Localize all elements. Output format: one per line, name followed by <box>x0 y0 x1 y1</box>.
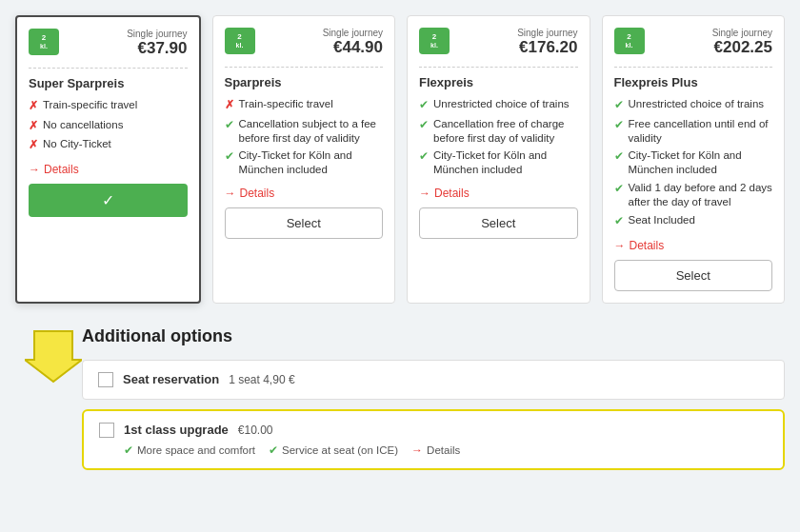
first-class-features: ✔ More space and comfort ✔ Service at se… <box>124 443 768 457</box>
details-text: Details <box>240 187 275 200</box>
card-header-super-sparpreis: 2kl. Single journey €37.90 <box>29 29 188 58</box>
check-icon: ✔ <box>225 149 234 165</box>
feature-item-flexpreis-2: ✔City-Ticket for Köln and München includ… <box>419 148 578 177</box>
check-icon-service: ✔ <box>269 443 278 457</box>
select-button-flexpreis[interactable]: Select <box>419 207 578 239</box>
feature-text: City-Ticket for Köln and München include… <box>239 148 384 177</box>
select-button-flexpreis-plus[interactable]: Select <box>614 260 773 291</box>
card-title-flexpreis: Flexpreis <box>419 75 578 89</box>
details-link-super-sparpreis[interactable]: →Details <box>29 163 188 176</box>
card-title-flexpreis-plus: Flexpreis Plus <box>614 75 773 89</box>
feature-list-super-sparpreis: ✗Train-specific travel✗No cancellations✗… <box>29 98 188 153</box>
divider-flexpreis <box>419 67 578 68</box>
details-link-text: Details <box>427 444 460 456</box>
first-class-label: 1st class upgrade <box>124 423 229 437</box>
check-icon: ✔ <box>614 182 624 197</box>
divider-sparpreis <box>225 67 384 68</box>
feature-text: Unrestricted choice of trains <box>433 97 570 111</box>
check-icon: ✔ <box>419 118 429 133</box>
ticket-cards-row: 2kl. Single journey €37.90 Super Sparpre… <box>15 15 785 304</box>
first-class-details-link[interactable]: → Details <box>411 443 460 457</box>
feature-text: Cancellation subject to a fee before fir… <box>239 117 384 146</box>
seat-reservation-label: Seat reservation <box>123 372 219 386</box>
feature-service-seat: ✔ Service at seat (on ICE) <box>269 443 398 457</box>
check-icon: ✔ <box>419 98 429 113</box>
select-button-sparpreis[interactable]: Select <box>225 207 384 239</box>
details-link-flexpreis[interactable]: →Details <box>419 187 578 200</box>
warn-icon: ✗ <box>29 99 38 114</box>
feature-item-sparpreis-0: ✗Train-specific travel <box>225 97 384 113</box>
divider-flexpreis-plus <box>614 67 773 68</box>
seat-reservation-option: Seat reservation 1 seat 4,90 € <box>82 360 785 400</box>
journey-label-sparpreis: Single journey <box>323 28 383 38</box>
price-value-sparpreis: €44.90 <box>333 38 383 56</box>
feature-text: City-Ticket for Köln and München include… <box>433 148 578 177</box>
arrow-icon: → <box>614 239 626 252</box>
feature-text: No City-Ticket <box>43 137 111 151</box>
feature-item-flexpreis-1: ✔Cancellation free of charge before firs… <box>419 117 578 146</box>
feature-text: Train-specific travel <box>239 97 333 111</box>
class-badge-sparpreis: 2kl. <box>225 28 255 54</box>
feature-text: Train-specific travel <box>43 98 137 112</box>
price-value-super-sparpreis: €37.90 <box>138 39 188 57</box>
check-icon: ✔ <box>614 214 624 229</box>
journey-label-flexpreis: Single journey <box>517 28 577 38</box>
first-class-upgrade-option: 1st class upgrade €10.00 ✔ More space an… <box>82 409 785 470</box>
feature-space-text: More space and comfort <box>137 444 255 456</box>
card-title-sparpreis: Sparpreis <box>225 75 384 89</box>
journey-label-flexpreis-plus: Single journey <box>712 28 772 38</box>
arrow-icon: → <box>29 163 40 176</box>
class-badge-super-sparpreis: 2kl. <box>29 29 59 55</box>
card-title-super-sparpreis: Super Sparpreis <box>29 76 188 90</box>
journey-label-super-sparpreis: Single journey <box>127 29 187 39</box>
price-value-flexpreis: €176.20 <box>519 38 577 56</box>
divider-super-sparpreis <box>29 68 188 69</box>
feature-list-flexpreis-plus: ✔Unrestricted choice of trains✔Free canc… <box>614 97 773 229</box>
seat-reservation-price: 1 seat 4,90 € <box>229 373 294 386</box>
details-link-sparpreis[interactable]: →Details <box>225 187 384 200</box>
feature-item-sparpreis-1: ✔Cancellation subject to a fee before fi… <box>225 117 384 146</box>
price-info-flexpreis: Single journey €176.20 <box>517 28 577 57</box>
arrow-details-icon: → <box>411 443 423 457</box>
warn-icon: ✗ <box>29 119 38 134</box>
feature-item-flexpreis-plus-3: ✔Valid 1 day before and 2 days after the… <box>614 181 773 209</box>
feature-item-flexpreis-plus-4: ✔Seat Included <box>614 213 773 229</box>
arrow-icon: → <box>419 187 430 200</box>
first-class-checkbox[interactable] <box>99 423 114 438</box>
check-icon: ✔ <box>614 149 624 165</box>
feature-item-super-sparpreis-2: ✗No City-Ticket <box>29 137 188 153</box>
seat-reservation-checkbox[interactable] <box>98 372 113 387</box>
feature-text: No cancellations <box>43 118 123 132</box>
selected-button-super-sparpreis[interactable]: ✓ <box>29 184 188 217</box>
feature-text: Unrestricted choice of trains <box>629 97 765 111</box>
price-info-super-sparpreis: Single journey €37.90 <box>127 29 187 58</box>
price-value-flexpreis-plus: €202.25 <box>714 38 772 56</box>
feature-text: City-Ticket for Köln and München include… <box>629 148 773 177</box>
check-icon: ✔ <box>614 118 624 133</box>
feature-text: Seat Included <box>629 213 695 227</box>
card-header-flexpreis: 2kl. Single journey €176.20 <box>419 28 578 57</box>
card-header-flexpreis-plus: 2kl. Single journey €202.25 <box>614 28 773 57</box>
ticket-card-super-sparpreis: 2kl. Single journey €37.90 Super Sparpre… <box>15 15 201 304</box>
arrow-annotation: Additional options Seat reservation 1 se… <box>15 326 785 480</box>
feature-text: Valid 1 day before and 2 days after the … <box>629 181 773 209</box>
card-header-sparpreis: 2kl. Single journey €44.90 <box>225 28 384 57</box>
check-icon-space: ✔ <box>124 443 133 457</box>
details-link-flexpreis-plus[interactable]: →Details <box>614 239 773 252</box>
first-class-price: €10.00 <box>238 424 273 437</box>
details-text: Details <box>630 239 665 252</box>
feature-item-super-sparpreis-0: ✗Train-specific travel <box>29 98 188 114</box>
price-info-sparpreis: Single journey €44.90 <box>323 28 383 57</box>
arrow-icon: → <box>225 187 236 200</box>
feature-list-sparpreis: ✗Train-specific travel✔Cancellation subj… <box>225 97 384 177</box>
feature-item-flexpreis-plus-1: ✔Free cancellation until end of validity <box>614 117 773 146</box>
feature-text: Cancellation free of charge before first… <box>433 117 578 146</box>
feature-item-super-sparpreis-1: ✗No cancellations <box>29 118 188 134</box>
ticket-card-sparpreis: 2kl. Single journey €44.90 Sparpreis✗Tra… <box>212 15 396 304</box>
feature-item-flexpreis-0: ✔Unrestricted choice of trains <box>419 97 578 113</box>
warn-icon: ✗ <box>29 138 38 153</box>
check-icon: ✔ <box>419 149 429 165</box>
warn-icon: ✗ <box>225 98 234 113</box>
class-badge-flexpreis: 2kl. <box>419 28 450 54</box>
ticket-card-flexpreis-plus: 2kl. Single journey €202.25 Flexpreis Pl… <box>602 15 786 304</box>
